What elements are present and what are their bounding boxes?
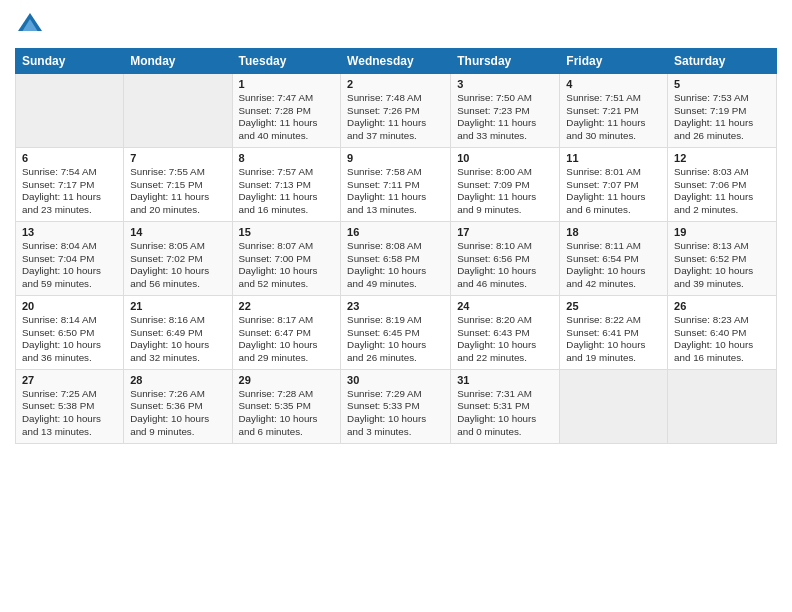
day-cell <box>124 74 232 148</box>
day-cell: 31Sunrise: 7:31 AMSunset: 5:31 PMDayligh… <box>451 369 560 443</box>
day-number: 8 <box>239 152 335 164</box>
header-thursday: Thursday <box>451 49 560 74</box>
day-cell: 1Sunrise: 7:47 AMSunset: 7:28 PMDaylight… <box>232 74 341 148</box>
day-info: Sunrise: 8:23 AMSunset: 6:40 PMDaylight:… <box>674 314 770 365</box>
week-row-5: 27Sunrise: 7:25 AMSunset: 5:38 PMDayligh… <box>16 369 777 443</box>
week-row-2: 6Sunrise: 7:54 AMSunset: 7:17 PMDaylight… <box>16 147 777 221</box>
day-cell: 26Sunrise: 8:23 AMSunset: 6:40 PMDayligh… <box>668 295 777 369</box>
day-cell: 28Sunrise: 7:26 AMSunset: 5:36 PMDayligh… <box>124 369 232 443</box>
day-cell: 4Sunrise: 7:51 AMSunset: 7:21 PMDaylight… <box>560 74 668 148</box>
day-info: Sunrise: 8:08 AMSunset: 6:58 PMDaylight:… <box>347 240 444 291</box>
day-number: 21 <box>130 300 225 312</box>
day-cell <box>16 74 124 148</box>
day-number: 7 <box>130 152 225 164</box>
day-info: Sunrise: 8:17 AMSunset: 6:47 PMDaylight:… <box>239 314 335 365</box>
week-row-4: 20Sunrise: 8:14 AMSunset: 6:50 PMDayligh… <box>16 295 777 369</box>
day-cell: 14Sunrise: 8:05 AMSunset: 7:02 PMDayligh… <box>124 221 232 295</box>
day-cell: 22Sunrise: 8:17 AMSunset: 6:47 PMDayligh… <box>232 295 341 369</box>
day-info: Sunrise: 8:19 AMSunset: 6:45 PMDaylight:… <box>347 314 444 365</box>
day-number: 24 <box>457 300 553 312</box>
day-cell: 7Sunrise: 7:55 AMSunset: 7:15 PMDaylight… <box>124 147 232 221</box>
day-number: 27 <box>22 374 117 386</box>
day-info: Sunrise: 8:07 AMSunset: 7:00 PMDaylight:… <box>239 240 335 291</box>
day-info: Sunrise: 8:22 AMSunset: 6:41 PMDaylight:… <box>566 314 661 365</box>
day-info: Sunrise: 7:29 AMSunset: 5:33 PMDaylight:… <box>347 388 444 439</box>
day-cell: 25Sunrise: 8:22 AMSunset: 6:41 PMDayligh… <box>560 295 668 369</box>
day-cell: 19Sunrise: 8:13 AMSunset: 6:52 PMDayligh… <box>668 221 777 295</box>
day-info: Sunrise: 8:14 AMSunset: 6:50 PMDaylight:… <box>22 314 117 365</box>
day-cell: 8Sunrise: 7:57 AMSunset: 7:13 PMDaylight… <box>232 147 341 221</box>
day-info: Sunrise: 8:20 AMSunset: 6:43 PMDaylight:… <box>457 314 553 365</box>
day-cell: 9Sunrise: 7:58 AMSunset: 7:11 PMDaylight… <box>341 147 451 221</box>
day-cell: 10Sunrise: 8:00 AMSunset: 7:09 PMDayligh… <box>451 147 560 221</box>
day-number: 6 <box>22 152 117 164</box>
day-number: 5 <box>674 78 770 90</box>
day-info: Sunrise: 7:31 AMSunset: 5:31 PMDaylight:… <box>457 388 553 439</box>
day-cell <box>560 369 668 443</box>
day-number: 28 <box>130 374 225 386</box>
day-info: Sunrise: 7:26 AMSunset: 5:36 PMDaylight:… <box>130 388 225 439</box>
day-cell: 12Sunrise: 8:03 AMSunset: 7:06 PMDayligh… <box>668 147 777 221</box>
day-cell: 21Sunrise: 8:16 AMSunset: 6:49 PMDayligh… <box>124 295 232 369</box>
day-number: 15 <box>239 226 335 238</box>
day-info: Sunrise: 7:25 AMSunset: 5:38 PMDaylight:… <box>22 388 117 439</box>
day-number: 23 <box>347 300 444 312</box>
day-number: 26 <box>674 300 770 312</box>
header-wednesday: Wednesday <box>341 49 451 74</box>
day-number: 25 <box>566 300 661 312</box>
logo-icon <box>15 10 45 40</box>
day-number: 13 <box>22 226 117 238</box>
day-number: 9 <box>347 152 444 164</box>
day-info: Sunrise: 8:16 AMSunset: 6:49 PMDaylight:… <box>130 314 225 365</box>
header <box>15 10 777 40</box>
day-number: 4 <box>566 78 661 90</box>
day-cell: 23Sunrise: 8:19 AMSunset: 6:45 PMDayligh… <box>341 295 451 369</box>
day-info: Sunrise: 7:55 AMSunset: 7:15 PMDaylight:… <box>130 166 225 217</box>
day-info: Sunrise: 7:48 AMSunset: 7:26 PMDaylight:… <box>347 92 444 143</box>
day-cell <box>668 369 777 443</box>
day-cell: 20Sunrise: 8:14 AMSunset: 6:50 PMDayligh… <box>16 295 124 369</box>
day-cell: 27Sunrise: 7:25 AMSunset: 5:38 PMDayligh… <box>16 369 124 443</box>
day-number: 19 <box>674 226 770 238</box>
day-cell: 18Sunrise: 8:11 AMSunset: 6:54 PMDayligh… <box>560 221 668 295</box>
day-info: Sunrise: 8:13 AMSunset: 6:52 PMDaylight:… <box>674 240 770 291</box>
day-number: 11 <box>566 152 661 164</box>
day-info: Sunrise: 7:58 AMSunset: 7:11 PMDaylight:… <box>347 166 444 217</box>
day-info: Sunrise: 8:00 AMSunset: 7:09 PMDaylight:… <box>457 166 553 217</box>
day-info: Sunrise: 7:51 AMSunset: 7:21 PMDaylight:… <box>566 92 661 143</box>
day-info: Sunrise: 7:53 AMSunset: 7:19 PMDaylight:… <box>674 92 770 143</box>
day-info: Sunrise: 7:47 AMSunset: 7:28 PMDaylight:… <box>239 92 335 143</box>
day-info: Sunrise: 8:11 AMSunset: 6:54 PMDaylight:… <box>566 240 661 291</box>
day-number: 3 <box>457 78 553 90</box>
day-cell: 2Sunrise: 7:48 AMSunset: 7:26 PMDaylight… <box>341 74 451 148</box>
day-info: Sunrise: 8:04 AMSunset: 7:04 PMDaylight:… <box>22 240 117 291</box>
day-info: Sunrise: 7:54 AMSunset: 7:17 PMDaylight:… <box>22 166 117 217</box>
day-info: Sunrise: 7:50 AMSunset: 7:23 PMDaylight:… <box>457 92 553 143</box>
day-number: 1 <box>239 78 335 90</box>
day-number: 14 <box>130 226 225 238</box>
day-cell: 6Sunrise: 7:54 AMSunset: 7:17 PMDaylight… <box>16 147 124 221</box>
week-row-3: 13Sunrise: 8:04 AMSunset: 7:04 PMDayligh… <box>16 221 777 295</box>
day-number: 16 <box>347 226 444 238</box>
day-number: 18 <box>566 226 661 238</box>
day-info: Sunrise: 8:05 AMSunset: 7:02 PMDaylight:… <box>130 240 225 291</box>
header-tuesday: Tuesday <box>232 49 341 74</box>
day-cell: 24Sunrise: 8:20 AMSunset: 6:43 PMDayligh… <box>451 295 560 369</box>
day-number: 31 <box>457 374 553 386</box>
day-cell: 11Sunrise: 8:01 AMSunset: 7:07 PMDayligh… <box>560 147 668 221</box>
day-cell: 30Sunrise: 7:29 AMSunset: 5:33 PMDayligh… <box>341 369 451 443</box>
day-number: 17 <box>457 226 553 238</box>
day-number: 30 <box>347 374 444 386</box>
header-monday: Monday <box>124 49 232 74</box>
day-number: 2 <box>347 78 444 90</box>
header-friday: Friday <box>560 49 668 74</box>
day-cell: 15Sunrise: 8:07 AMSunset: 7:00 PMDayligh… <box>232 221 341 295</box>
day-number: 22 <box>239 300 335 312</box>
day-cell: 5Sunrise: 7:53 AMSunset: 7:19 PMDaylight… <box>668 74 777 148</box>
day-info: Sunrise: 8:03 AMSunset: 7:06 PMDaylight:… <box>674 166 770 217</box>
header-sunday: Sunday <box>16 49 124 74</box>
day-number: 20 <box>22 300 117 312</box>
day-number: 10 <box>457 152 553 164</box>
day-info: Sunrise: 8:01 AMSunset: 7:07 PMDaylight:… <box>566 166 661 217</box>
page: SundayMondayTuesdayWednesdayThursdayFrid… <box>0 0 792 612</box>
